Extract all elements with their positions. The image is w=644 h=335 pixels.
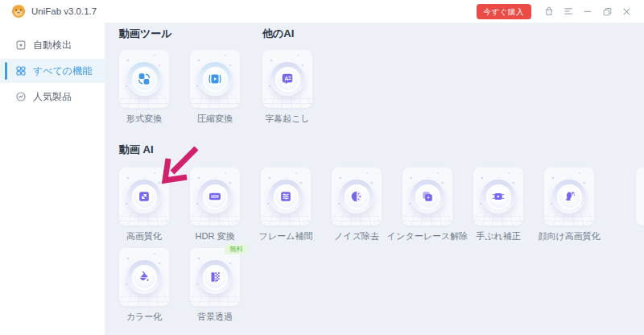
- icon-core: [132, 265, 157, 290]
- floor-grid: [119, 95, 169, 108]
- icon-orb: [127, 180, 161, 213]
- main-content: 動画ツール 形式変換圧縮変換 他のAI A字幕起こし 動画 AI 高画質化HDR…: [105, 23, 644, 335]
- floor-grid: [119, 213, 169, 225]
- face-upscale-icon: [562, 189, 576, 204]
- feature-card[interactable]: [119, 168, 169, 225]
- feature-cell: フレーム補間: [261, 168, 311, 242]
- feature-card-label: 顔向け高画質化: [544, 230, 594, 242]
- feature-card[interactable]: [119, 248, 169, 306]
- frame-interpolation-icon: [279, 189, 293, 204]
- feature-card-label: フレーム補間: [261, 230, 311, 242]
- hdr-icon: HDR: [208, 189, 222, 204]
- sidebar-nav: 自動検出すべての機能人気製品: [0, 23, 105, 335]
- svg-text:A: A: [284, 76, 288, 81]
- icon-orb: [127, 260, 161, 294]
- icon-core: [557, 184, 582, 209]
- format-convert-icon: [137, 72, 151, 86]
- section-title: 動画 AI: [119, 143, 644, 156]
- feature-card[interactable]: A: [262, 50, 312, 108]
- unifab-window: UniFab v3.0.1.7 今すぐ購入: [0, 0, 644, 335]
- feature-card-label: カラー化: [119, 311, 169, 322]
- icon-core: HDR: [203, 184, 228, 209]
- sidebar-item-label: 自動検出: [33, 39, 72, 52]
- floor-grid: [332, 213, 382, 225]
- floor-grid: [544, 213, 594, 225]
- sidebar-item[interactable]: 自動検出: [0, 33, 105, 57]
- sidebar-item[interactable]: すべての機能: [0, 59, 105, 83]
- floor-grid: [190, 213, 240, 225]
- feature-cell: ノイズ除去: [332, 168, 382, 242]
- floor-grid: [262, 95, 312, 108]
- icon-core: [345, 184, 369, 209]
- icon-orb: A: [270, 62, 304, 96]
- icon-orb: [269, 180, 303, 213]
- feature-cell: 高画質化: [119, 168, 169, 242]
- floor-grid: [473, 213, 523, 225]
- card-grid: A字幕起こし: [262, 50, 312, 124]
- feature-card[interactable]: [261, 168, 311, 225]
- feature-card[interactable]: [402, 168, 452, 225]
- floor-grid: [402, 213, 452, 225]
- sidebar-item-label: すべての機能: [33, 64, 92, 78]
- floor-grid: [119, 293, 169, 306]
- titlebar-controls: 今すぐ購入: [477, 2, 636, 20]
- icon-orb: HDR: [198, 180, 232, 213]
- icon-orb: [481, 180, 515, 213]
- feature-cell: カラー化: [119, 248, 169, 322]
- icon-orb: [198, 260, 232, 294]
- floor-grid: [190, 95, 240, 108]
- denoise-icon: [349, 189, 364, 204]
- card-grid: 形式変換圧縮変換: [119, 50, 240, 124]
- sidebar-item[interactable]: 人気製品: [0, 85, 105, 109]
- feature-card-label: HDR 変換: [190, 230, 240, 242]
- auto-detect-icon: [15, 39, 27, 51]
- app-logo-icon: [11, 4, 26, 19]
- feature-card[interactable]: [190, 248, 240, 306]
- icon-orb: [552, 180, 586, 213]
- icon-core: [203, 265, 228, 290]
- feature-cell: 圧縮変換: [190, 50, 240, 124]
- feature-card[interactable]: [119, 50, 169, 108]
- feature-cell: 顔向け高画質化: [544, 168, 594, 242]
- feature-card[interactable]: HDR: [190, 168, 240, 225]
- icon-orb: [340, 180, 374, 213]
- feature-cell: インターレース解除: [402, 168, 452, 242]
- feature-card[interactable]: [544, 168, 594, 225]
- feature-card-label: 圧縮変換: [190, 113, 240, 124]
- feature-cell: 手ぶれ補正: [473, 168, 523, 242]
- minimize-icon[interactable]: [578, 2, 597, 20]
- card-grid: 高画質化HDRHDR 変換フレーム補間ノイズ除去インターレース解除手ぶれ補正顔向…: [119, 168, 644, 322]
- floor-grid: [261, 213, 311, 225]
- bg-transparent-icon: [208, 270, 222, 284]
- app-title: UniFab v3.0.1.7: [31, 6, 97, 16]
- feature-cell: 無料背景透過: [190, 248, 240, 322]
- section-title: 動画ツール: [119, 27, 240, 40]
- close-icon[interactable]: [617, 2, 636, 20]
- top-sections-row: 動画ツール 形式変換圧縮変換 他のAI A字幕起こし: [119, 27, 644, 124]
- buy-now-button[interactable]: 今すぐ購入: [477, 4, 531, 19]
- deinterlace-icon: [420, 189, 435, 204]
- feature-card-label: 高画質化: [119, 230, 169, 242]
- feature-cell: 形式変換: [119, 50, 169, 124]
- feature-card[interactable]: [473, 168, 523, 225]
- stabilize-icon: [491, 189, 506, 204]
- feature-card[interactable]: [332, 168, 382, 225]
- menu-icon[interactable]: [559, 2, 578, 20]
- section-other-ai: 他のAI A字幕起こし: [262, 27, 312, 124]
- compress-convert-icon: [208, 72, 222, 86]
- icon-core: [415, 184, 440, 209]
- sidebar-item-label: 人気製品: [33, 90, 72, 104]
- feature-card-label: インターレース解除: [402, 230, 452, 242]
- titlebar: UniFab v3.0.1.7 今すぐ購入: [0, 0, 644, 23]
- svg-text:HDR: HDR: [211, 195, 219, 199]
- popular-products-icon: [15, 91, 27, 102]
- icon-orb: [198, 62, 232, 96]
- feature-card-label: ノイズ除去: [332, 230, 382, 242]
- icon-core: [486, 184, 511, 209]
- all-features-icon: [15, 65, 27, 77]
- feature-card[interactable]: [190, 50, 240, 108]
- restore-icon[interactable]: [597, 2, 617, 20]
- icon-core: A: [275, 67, 300, 92]
- feature-cell: A字幕起こし: [262, 50, 312, 124]
- shopping-bag-icon[interactable]: [539, 2, 559, 20]
